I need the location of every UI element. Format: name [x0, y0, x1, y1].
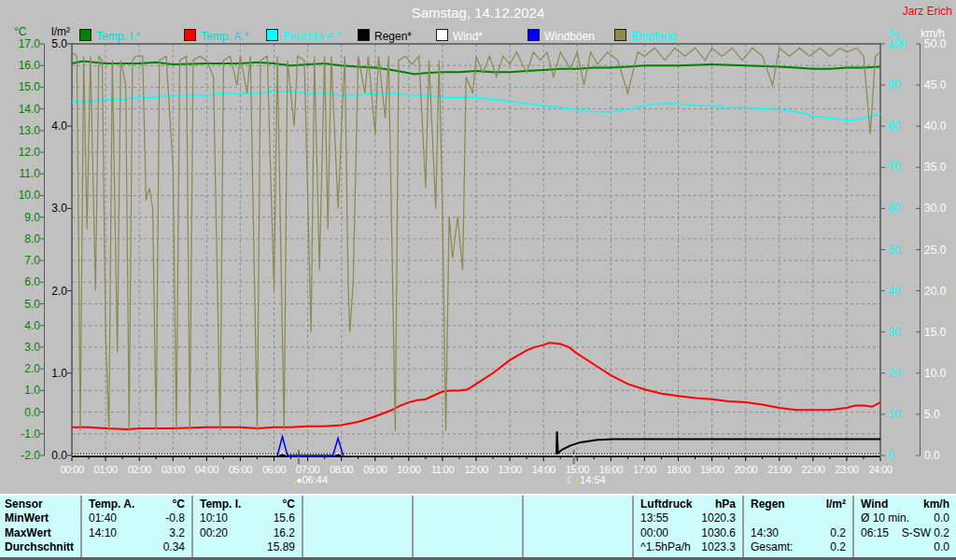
temp-axis-label: 12.0 — [19, 147, 40, 158]
table-row: 14:103.2 — [82, 526, 191, 540]
table-row: Regenl/m² — [744, 497, 852, 511]
table-row-header: MinWert — [0, 511, 80, 525]
humidity-axis-label: 40 — [888, 286, 900, 297]
table-column-empty — [414, 496, 524, 557]
sun-marker-1454: ☾↑14:54 — [567, 474, 606, 485]
sun-marker-time: 06:44 — [302, 474, 329, 485]
wind-axis-label: 45.0 — [924, 79, 946, 91]
table-cell-value: °C — [283, 497, 295, 511]
table-column-wind: Windkm/hØ 10 min.0.006:15S-SW 0.20.0 — [854, 496, 956, 557]
sun-marker-0644: ↓●06:44 — [291, 474, 328, 485]
temp-axis-label: 0.0 — [24, 407, 40, 418]
weather-day-chart-window: { "header": { "title": "Samstag, 14.12.2… — [0, 0, 956, 560]
table-cell-label: 00:20 — [200, 526, 228, 540]
humidity-axis-label: 90 — [888, 79, 900, 91]
time-axis-label: 04:00 — [195, 464, 218, 475]
temp-axis-label: 6.0 — [24, 276, 40, 287]
table-cell-label: Temp. I. — [200, 497, 241, 511]
table-cell-value: 0.0 — [934, 511, 949, 525]
time-axis-label: 17:00 — [633, 464, 656, 475]
summary-table: SensorMinWertMaxWertDurchschnittTemp. A.… — [0, 494, 956, 560]
table-column-empty — [524, 496, 634, 557]
time-axis-label: 06:00 — [262, 464, 286, 475]
humidity-axis-label: 50 — [888, 245, 900, 256]
table-row: 00:001030.6 — [634, 526, 742, 540]
time-axis-label: 21:00 — [767, 464, 791, 475]
wind-axis-label: 10.0 — [924, 368, 946, 379]
table-row — [524, 511, 632, 525]
temp-axis-label: 8.0 — [24, 233, 40, 245]
humidity-axis-label: 80 — [888, 120, 900, 132]
table-cell-label: 14:10 — [89, 526, 117, 540]
table-row-header-column: SensorMinWertMaxWertDurchschnitt — [0, 496, 82, 557]
wind-axis-label: 35.0 — [924, 161, 946, 173]
humidity-axis-label: 30 — [888, 327, 900, 338]
wind-axis-label: 40.0 — [924, 120, 946, 132]
time-axis-label: 11:00 — [431, 464, 454, 475]
table-cell-value: -0.8 — [165, 511, 185, 525]
temp-axis-label: 2.0 — [24, 363, 40, 374]
time-axis-label: 09:00 — [363, 464, 387, 475]
temp-axis-label: 1.0 — [24, 385, 40, 396]
table-cell-label: 01:40 — [89, 511, 117, 525]
table-row — [303, 497, 412, 511]
table-row — [414, 497, 522, 511]
time-axis-label: 13:00 — [499, 464, 522, 475]
table-cell-label: 06:15 — [861, 526, 889, 540]
time-axis-label: 03:00 — [162, 464, 185, 475]
table-row: 15.89 — [193, 540, 302, 554]
rain-axis-label: 4.0 — [51, 120, 67, 132]
table-row: 0.34 — [82, 540, 191, 554]
table-row-header: Sensor — [0, 497, 80, 511]
temp-axis-label: 3.0 — [24, 342, 40, 353]
temp-axis-label: 13.0 — [19, 125, 40, 136]
table-cell-value: 0.2 — [830, 540, 846, 554]
time-axis-label: 14:00 — [532, 464, 555, 475]
table-column-empty — [303, 496, 414, 557]
temp-axis-label: 16.0 — [19, 60, 40, 71]
time-axis-label: 01:00 — [94, 464, 118, 475]
table-row: 00:2016.2 — [193, 526, 302, 540]
table-cell-value: 15.6 — [274, 511, 295, 525]
temp-axis-label: 11.0 — [20, 168, 40, 179]
table-cell-label: 13:55 — [640, 511, 668, 525]
time-axis-label: 08:00 — [330, 464, 353, 475]
table-row: Temp. I.°C — [193, 497, 302, 511]
table-row — [744, 511, 852, 525]
chart-plot — [0, 0, 956, 493]
temp-axis-label: 5.0 — [24, 299, 40, 310]
temp-axis-label: 14.0 — [19, 104, 40, 115]
wind-axis-label: 20.0 — [924, 286, 946, 297]
time-axis-label: 18:00 — [667, 464, 690, 475]
humidity-axis-label: 0 — [888, 450, 894, 461]
table-cell-label: 10:10 — [200, 511, 228, 525]
table-row-header: Durchschnitt — [0, 540, 80, 554]
rain-axis-label: 2.0 — [51, 286, 67, 297]
rain-axis-label: 5.0 — [51, 38, 67, 49]
table-column-regen: Regenl/m²14:300.2Gesamt:0.2 — [744, 496, 854, 557]
table-row-header: MaxWert — [0, 526, 80, 540]
table-row: 14:300.2 — [744, 526, 852, 540]
table-row: 0.0 — [854, 540, 956, 554]
table-cell-value: l/m² — [826, 497, 846, 511]
humidity-axis-label: 10 — [888, 409, 900, 420]
table-cell-label: Ø 10 min. — [861, 511, 909, 525]
table-column-tempi: Temp. I.°C10:1015.600:2016.215.89 — [193, 496, 303, 557]
wind-axis-label: 50.0 — [924, 38, 946, 49]
table-row — [303, 526, 412, 540]
wind-axis-label: 0.0 — [924, 450, 940, 461]
sun-marker-time: 14:54 — [580, 474, 606, 485]
table-cell-label: Wind — [861, 497, 888, 511]
time-axis-label: 02:00 — [128, 464, 151, 475]
table-cell-label: Temp. A. — [89, 497, 134, 511]
wind-axis-label: 5.0 — [924, 409, 940, 420]
table-row: LuftdruckhPa — [634, 497, 742, 511]
time-axis-label: 05:00 — [229, 464, 252, 475]
rain-axis-label: 0.0 — [51, 450, 67, 461]
time-axis-label: 20:00 — [734, 464, 757, 475]
humidity-axis-label: 100 — [888, 38, 907, 49]
table-row — [524, 526, 632, 540]
time-axis-label: 10:00 — [397, 464, 420, 475]
table-cell-label: 14:30 — [751, 526, 779, 540]
rain-axis-label: 1.0 — [51, 368, 67, 379]
